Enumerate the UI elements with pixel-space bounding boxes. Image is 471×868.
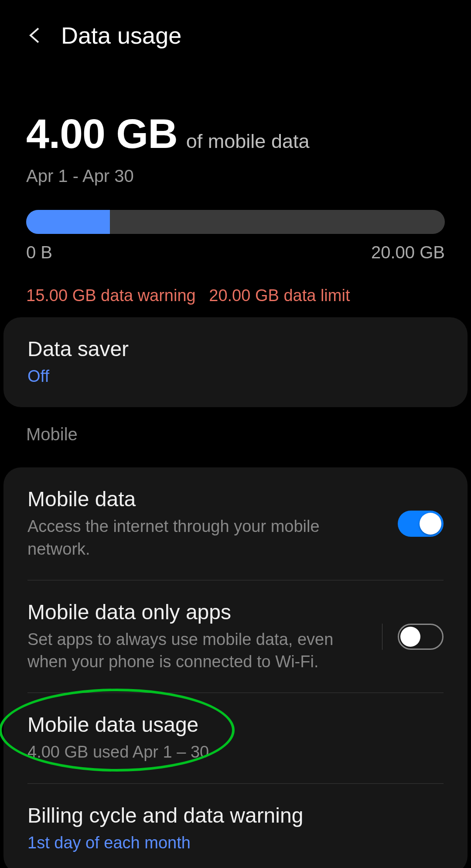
data-saver-card[interactable]: Data saver Off bbox=[3, 317, 468, 407]
data-usage-summary: 4.00 GB of mobile data bbox=[26, 110, 445, 158]
data-limit-text: 20.00 GB data limit bbox=[209, 286, 350, 305]
usage-suffix: of mobile data bbox=[186, 130, 310, 153]
mobile-usage-subtitle: 4.00 GB used Apr 1 – 30 bbox=[27, 741, 444, 763]
page-title: Data usage bbox=[61, 22, 181, 49]
mobile-data-row[interactable]: Mobile data Access the internet through … bbox=[3, 467, 468, 580]
date-range: Apr 1 - Apr 30 bbox=[26, 166, 445, 186]
mobile-only-apps-subtitle: Set apps to always use mobile data, even… bbox=[27, 628, 369, 673]
usage-progress-fill bbox=[26, 210, 110, 234]
usage-progress-bar bbox=[26, 210, 445, 234]
data-saver-status: Off bbox=[27, 365, 444, 388]
mobile-data-subtitle: Access the internet through your mobile … bbox=[27, 515, 385, 560]
mobile-only-apps-toggle[interactable] bbox=[398, 624, 444, 650]
toggle-knob bbox=[420, 513, 441, 535]
mobile-only-apps-title: Mobile data only apps bbox=[27, 600, 369, 624]
billing-subtitle: 1st day of each month bbox=[27, 832, 444, 854]
section-label-mobile: Mobile bbox=[0, 407, 471, 455]
usage-warnings: 15.00 GB data warning 20.00 GB data limi… bbox=[26, 286, 445, 305]
vertical-divider bbox=[382, 624, 382, 650]
usage-amount: 4.00 GB bbox=[26, 110, 177, 158]
progress-min-label: 0 B bbox=[26, 243, 52, 262]
mobile-data-toggle[interactable] bbox=[398, 511, 444, 537]
billing-title: Billing cycle and data warning bbox=[27, 803, 444, 827]
mobile-data-only-apps-row[interactable]: Mobile data only apps Set apps to always… bbox=[3, 580, 468, 693]
data-saver-title: Data saver bbox=[27, 337, 444, 361]
mobile-data-title: Mobile data bbox=[27, 487, 385, 511]
back-icon[interactable] bbox=[26, 27, 44, 44]
billing-cycle-row[interactable]: Billing cycle and data warning 1st day o… bbox=[3, 784, 468, 868]
toggle-knob bbox=[400, 627, 420, 647]
mobile-data-usage-row[interactable]: Mobile data usage 4.00 GB used Apr 1 – 3… bbox=[3, 693, 468, 783]
mobile-usage-title: Mobile data usage bbox=[27, 713, 444, 737]
progress-max-label: 20.00 GB bbox=[371, 243, 445, 262]
data-warning-text: 15.00 GB data warning bbox=[26, 286, 196, 305]
